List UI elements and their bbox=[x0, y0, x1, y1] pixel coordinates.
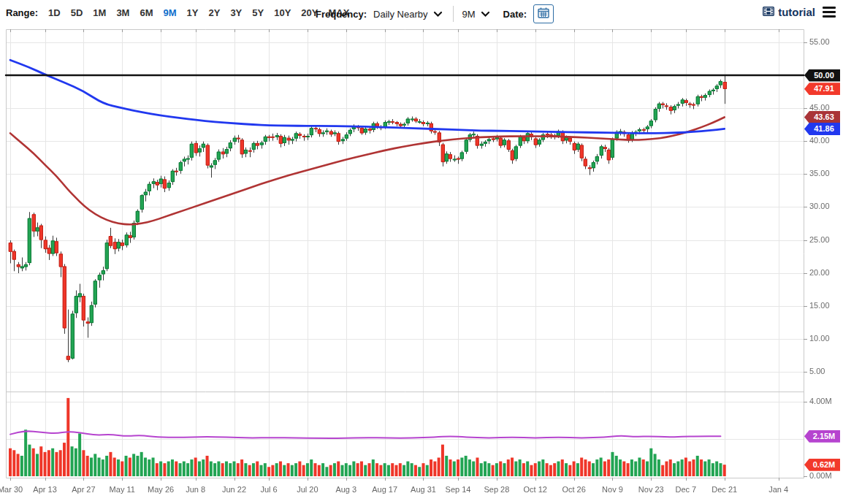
brand-logo[interactable]: tutorial bbox=[778, 6, 815, 18]
frequency-label: Frequency: bbox=[316, 9, 367, 20]
frequency-controls: Frequency: Daily Nearby 9M Date: bbox=[316, 4, 554, 23]
toolbar-divider bbox=[453, 6, 454, 22]
price-chart-canvas[interactable] bbox=[0, 0, 843, 504]
film-icon bbox=[763, 7, 774, 18]
hamburger-menu-icon[interactable] bbox=[823, 7, 836, 18]
range-option-5y[interactable]: 5Y bbox=[252, 7, 264, 18]
chart-toolbar: Range: 1D5D1M3M6M9M1Y2Y3Y5Y10Y20YMAX Fre… bbox=[0, 0, 843, 26]
brand-area: tutorial bbox=[763, 6, 836, 18]
frequency-dropdown[interactable]: Daily Nearby bbox=[373, 9, 427, 20]
charting-app: Range: 1D5D1M3M6M9M1Y2Y3Y5Y10Y20YMAX Fre… bbox=[0, 0, 843, 504]
date-label: Date: bbox=[503, 9, 527, 20]
chevron-down-icon[interactable] bbox=[481, 9, 490, 20]
range-option-10y[interactable]: 10Y bbox=[274, 7, 291, 18]
range-option-2y[interactable]: 2Y bbox=[208, 7, 220, 18]
range-selector: Range: 1D5D1M3M6M9M1Y2Y3Y5Y10Y20YMAX bbox=[6, 7, 349, 18]
range-option-9m[interactable]: 9M bbox=[164, 7, 177, 18]
period-dropdown[interactable]: 9M bbox=[462, 9, 476, 20]
range-option-1m[interactable]: 1M bbox=[93, 7, 106, 18]
range-option-6m[interactable]: 6M bbox=[140, 7, 153, 18]
calendar-button[interactable] bbox=[533, 4, 554, 23]
range-option-3m[interactable]: 3M bbox=[116, 7, 129, 18]
range-option-1y[interactable]: 1Y bbox=[187, 7, 199, 18]
calendar-icon bbox=[538, 7, 549, 20]
chevron-down-icon[interactable] bbox=[433, 9, 443, 20]
range-options: 1D5D1M3M6M9M1Y2Y3Y5Y10Y20YMAX bbox=[48, 7, 349, 18]
range-label: Range: bbox=[6, 7, 38, 18]
range-option-1d[interactable]: 1D bbox=[48, 7, 61, 18]
range-option-5d[interactable]: 5D bbox=[71, 7, 83, 18]
range-option-3y[interactable]: 3Y bbox=[230, 7, 242, 18]
